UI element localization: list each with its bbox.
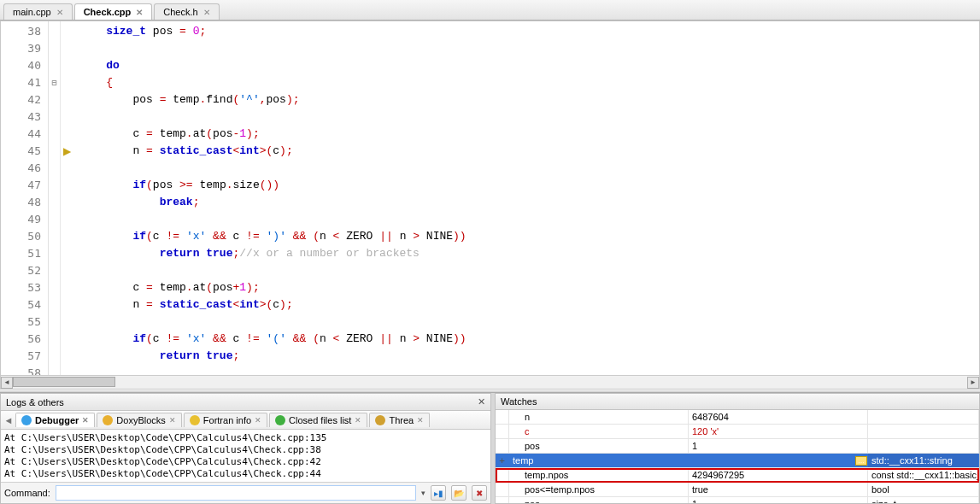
log-tab[interactable]: Debugger✕ [15, 413, 95, 427]
watch-type [868, 410, 979, 424]
watch-value: true [689, 483, 868, 496]
command-send-button[interactable]: ▸▮ [431, 485, 446, 501]
folder-icon: 📂 [454, 489, 464, 498]
editor-tab[interactable]: Check.cpp✕ [74, 3, 153, 20]
watches-title: Watches [501, 396, 537, 407]
log-tab-bar: ◄ Debugger✕DoxyBlocks✕Fortran info✕Close… [1, 411, 490, 430]
watch-type [868, 425, 979, 438]
log-tab-label: Threa [389, 415, 414, 425]
line-number-gutter: 3839404142434445464748495051525354555657… [1, 21, 49, 389]
doxy-icon [103, 415, 113, 425]
watch-name: temp [509, 454, 689, 467]
close-icon[interactable]: ✕ [255, 416, 261, 425]
log-tab-label: Fortran info [203, 415, 251, 425]
watch-name: pos [509, 497, 689, 503]
editor-tab[interactable]: main.cpp✕ [3, 3, 73, 20]
tab-label: Check.cpp [84, 7, 132, 17]
watch-name: temp.npos [509, 468, 689, 482]
thr-icon [375, 415, 385, 425]
close-icon[interactable]: ✕ [169, 416, 176, 425]
log-tab-label: DoxyBlocks [116, 415, 165, 425]
debugger-log-output[interactable]: At C:\Users\USER\Desktop\Code\CPP\Calcul… [1, 430, 490, 482]
watch-name: c [509, 425, 689, 438]
expand-toggle[interactable]: + [496, 454, 509, 467]
watches-grid[interactable]: n6487604c120 'x'pos1+temp…std::__cxx11::… [496, 410, 979, 503]
command-open-button[interactable]: 📂 [451, 485, 467, 501]
watch-row[interactable]: +temp…std::__cxx11::string [496, 454, 979, 468]
breakpoint-gutter[interactable]: ▶ [61, 21, 73, 389]
code-area[interactable]: size_t pos = 0; do { pos = temp.find('^'… [73, 21, 979, 389]
watch-row[interactable]: c120 'x' [496, 425, 979, 439]
watches-title-bar: Watches [496, 394, 979, 410]
close-icon[interactable]: ✕ [417, 416, 424, 425]
log-tab-label: Closed files list [289, 415, 351, 425]
clear-icon: ✖ [476, 489, 483, 498]
watch-type: std::__cxx11::string [868, 454, 979, 467]
command-input[interactable] [56, 485, 416, 501]
scroll-left-arrow[interactable]: ◄ [1, 377, 13, 389]
scroll-thumb[interactable] [13, 377, 115, 387]
send-icon: ▸▮ [434, 489, 443, 498]
watch-type: const std::__cxx11::basic_string [868, 468, 979, 482]
tab-label: Check.h [163, 7, 197, 17]
log-tab-label: Debugger [35, 415, 79, 425]
expand-toggle[interactable] [496, 410, 509, 424]
watches-pane: Watches n6487604c120 'x'pos1+temp…std::_… [495, 393, 980, 504]
editor-tab[interactable]: Check.h✕ [154, 3, 219, 20]
watch-type: size_t [868, 497, 979, 503]
fold-gutter[interactable]: ⊟ [49, 21, 61, 389]
watch-name: n [509, 410, 689, 424]
watch-row[interactable]: pos1size_t [496, 497, 979, 503]
fort-icon [190, 415, 200, 425]
watch-type [868, 439, 979, 453]
expand-toggle[interactable] [496, 483, 509, 496]
horizontal-scrollbar[interactable]: ◄ ► [1, 375, 979, 389]
close-icon[interactable]: ✕ [136, 8, 143, 17]
expand-toggle[interactable] [496, 425, 509, 438]
log-tab[interactable]: Closed files list✕ [269, 413, 367, 427]
command-clear-button[interactable]: ✖ [472, 485, 487, 501]
expand-toggle[interactable] [496, 497, 509, 503]
watch-value: 6487604 [689, 410, 868, 424]
watch-row[interactable]: temp.npos4294967295const std::__cxx11::b… [496, 468, 979, 483]
watch-type: bool [868, 483, 979, 496]
watch-value: 120 'x' [689, 425, 868, 438]
scroll-right-arrow[interactable]: ► [967, 377, 979, 389]
close-icon[interactable]: ✕ [203, 8, 210, 17]
watch-name: pos [509, 439, 689, 453]
logs-title-bar: Logs & others ✕ [1, 394, 490, 411]
cls-icon [275, 415, 285, 425]
editor-tab-bar: main.cpp✕Check.cpp✕Check.h✕ [0, 0, 980, 21]
tab-nav-left-icon[interactable]: ◄ [3, 415, 15, 425]
code-editor[interactable]: 3839404142434445464748495051525354555657… [0, 21, 980, 390]
close-icon[interactable]: ✕ [56, 8, 63, 17]
log-tab[interactable]: Fortran info✕ [184, 413, 267, 427]
close-icon[interactable]: ✕ [478, 396, 485, 407]
watch-name: pos<=temp.npos [509, 483, 689, 496]
expand-toggle[interactable] [496, 468, 509, 482]
watch-value: 1 [689, 497, 868, 503]
log-tab[interactable]: Threa✕ [369, 413, 430, 427]
close-icon[interactable]: ✕ [82, 416, 89, 425]
close-icon[interactable]: ✕ [355, 416, 361, 425]
expand-toggle[interactable] [496, 439, 509, 453]
watch-row[interactable]: n6487604 [496, 410, 979, 425]
dbg-icon [21, 415, 32, 425]
watch-value: 1 [689, 439, 868, 453]
expand-dots-icon[interactable]: … [855, 456, 867, 466]
command-row: Command: ▾ ▸▮ 📂 ✖ [1, 482, 490, 503]
tab-label: main.cpp [13, 7, 51, 17]
watch-row[interactable]: pos1 [496, 439, 979, 454]
watch-value: 4294967295 [689, 468, 868, 482]
logs-pane: Logs & others ✕ ◄ Debugger✕DoxyBlocks✕Fo… [0, 393, 491, 504]
logs-title: Logs & others [6, 397, 64, 407]
log-tab[interactable]: DoxyBlocks✕ [97, 413, 181, 427]
watch-value: … [689, 454, 868, 467]
watch-row[interactable]: pos<=temp.npostruebool [496, 483, 979, 497]
command-label: Command: [4, 488, 50, 498]
